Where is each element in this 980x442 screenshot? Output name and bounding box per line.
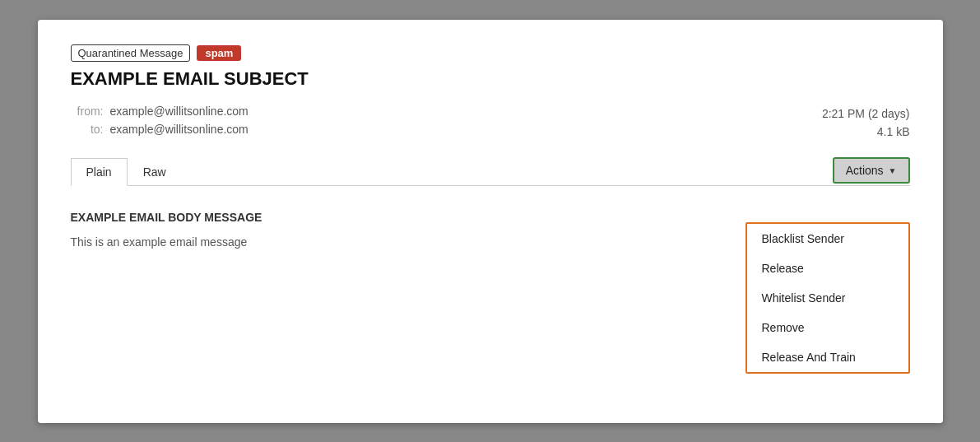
meta-fields: from: example@willitsonline.com to: exam… [71,105,248,136]
to-value: example@willitsonline.com [110,123,248,136]
dropdown-item-remove[interactable]: Remove [747,313,908,342]
size: 4.1 kB [822,123,910,141]
quarantined-badge: Quarantined Message [71,44,191,62]
tab-plain[interactable]: Plain [71,158,128,186]
email-viewer-window: Quarantined Message spam EXAMPLE EMAIL S… [38,20,943,423]
badge-row: Quarantined Message spam [71,44,910,62]
dropdown-item-whitelist[interactable]: Whitelist Sender [747,283,908,313]
tabs-row: Plain Raw Actions ▼ [71,157,910,186]
dropdown-item-release-train[interactable]: Release And Train [747,342,908,372]
from-row: from: example@willitsonline.com [71,105,248,118]
tabs-left: Plain Raw [71,157,182,185]
meta-section: from: example@willitsonline.com to: exam… [71,105,910,142]
dropdown-item-blacklist[interactable]: Blacklist Sender [747,224,908,254]
caret-icon: ▼ [889,166,897,175]
to-label: to: [71,123,104,136]
dropdown-item-release[interactable]: Release [747,254,908,283]
meta-right: 2:21 PM (2 days) 4.1 kB [822,105,910,142]
from-label: from: [71,105,104,118]
tab-raw[interactable]: Raw [128,158,182,186]
timestamp: 2:21 PM (2 days) [822,105,910,123]
from-value: example@willitsonline.com [110,105,248,118]
email-subject: EXAMPLE EMAIL SUBJECT [71,68,910,90]
spam-badge: spam [197,45,241,61]
actions-button[interactable]: Actions ▼ [833,157,910,184]
to-row: to: example@willitsonline.com [71,123,248,136]
actions-dropdown: Blacklist Sender Release Whitelist Sende… [745,222,910,374]
actions-label: Actions [846,164,884,177]
